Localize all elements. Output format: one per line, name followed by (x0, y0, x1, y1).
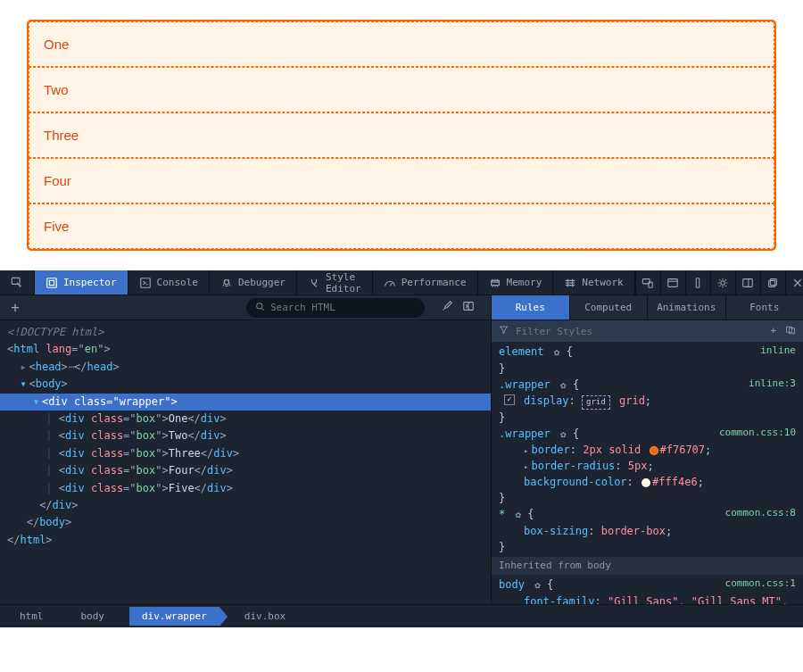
rule-source-link[interactable]: inline (760, 344, 796, 361)
eyedropper-button[interactable] (441, 300, 453, 315)
style-editor-icon (308, 277, 320, 289)
network-icon (564, 277, 576, 289)
popout-button[interactable] (760, 270, 785, 295)
svg-rect-2 (49, 280, 54, 285)
rule-wrapper[interactable]: .wrapper ✿ { common.css:10 (499, 426, 796, 443)
tab-label: Performance (402, 277, 467, 288)
crumb-html[interactable]: html (7, 607, 56, 626)
add-element-button[interactable]: + (7, 299, 23, 316)
tab-inspector[interactable]: Inspector (35, 270, 128, 295)
inherited-separator: Inherited from body (492, 557, 803, 576)
pick-element-button[interactable] (0, 270, 35, 295)
expand-shorthand-icon[interactable]: ▸ (524, 446, 528, 455)
rule-menu-icon[interactable]: ✿ (560, 379, 567, 391)
rule-menu-icon[interactable]: ✿ (560, 428, 567, 440)
rule-wrapper-inline[interactable]: .wrapper ✿ { inline:3 (499, 377, 796, 394)
rule-menu-icon[interactable]: ✿ (515, 509, 521, 520)
search-icon (255, 302, 265, 314)
tab-network[interactable]: Network (553, 270, 634, 295)
filter-styles-input[interactable] (516, 326, 763, 337)
collapse-icon[interactable] (20, 377, 29, 392)
expand-shorthand-icon[interactable]: ▸ (524, 462, 528, 471)
dom-line[interactable]: </body> (0, 514, 491, 531)
responsive-mode-button[interactable] (635, 270, 660, 295)
expand-icon[interactable] (20, 360, 29, 375)
color-swatch[interactable] (650, 446, 658, 455)
tab-label: Style Editor (326, 271, 361, 295)
tab-debugger[interactable]: Debugger (210, 270, 297, 295)
css-property[interactable]: ✓ display: grid grid; (499, 393, 796, 410)
crumb-wrapper[interactable]: div.wrapper (129, 607, 219, 626)
dom-line[interactable]: | <div class="box">Three</div> (0, 445, 491, 462)
dom-line[interactable]: <head>⋯</head> (0, 359, 491, 376)
dom-line[interactable]: <!DOCTYPE html> (0, 324, 491, 341)
rule-body[interactable]: body ✿ { common.css:1 (499, 577, 796, 593)
toggle-classes-button[interactable] (785, 325, 796, 338)
dock-side-button[interactable] (685, 270, 710, 295)
svg-rect-11 (743, 278, 753, 286)
dom-line[interactable]: | <div class="box">One</div> (0, 411, 491, 427)
rule-source-link[interactable]: inline:3 (749, 377, 796, 394)
dom-line-selected[interactable]: <div class="wrapper"> (0, 394, 491, 411)
devtools-main: <!DOCTYPE html> <html lang="en"> <head>⋯… (0, 320, 803, 604)
property-toggle[interactable]: ✓ (504, 394, 515, 405)
css-property[interactable]: font-family: "Gill Sans", "Gill Sans MT"… (499, 593, 796, 605)
rule-source-link[interactable]: common.css:1 (725, 577, 796, 593)
dom-line[interactable]: <body> (0, 376, 491, 393)
grid-box: Two (29, 67, 774, 112)
svg-rect-0 (12, 278, 20, 284)
iframe-picker-button[interactable] (660, 270, 685, 295)
add-rule-button[interactable]: + (770, 325, 776, 338)
dom-line[interactable]: | <div class="box">Two</div> (0, 427, 491, 444)
rules-tab-rules[interactable]: Rules (491, 295, 569, 319)
tab-memory[interactable]: Memory (478, 270, 554, 295)
tab-console[interactable]: Console (128, 270, 210, 295)
dom-line[interactable]: </html> (0, 532, 491, 549)
rule-source-link[interactable]: common.css:10 (719, 426, 796, 443)
filter-styles-row: + (492, 320, 803, 342)
css-property[interactable]: ▸border: 2px solid #f76707; (499, 442, 796, 458)
search-input[interactable] (270, 302, 416, 313)
css-property[interactable]: background-color: #fff4e6; (499, 474, 796, 490)
dock-right-button[interactable] (735, 270, 760, 295)
svg-point-14 (257, 303, 262, 308)
memory-icon (489, 277, 501, 289)
rules-tab-computed[interactable]: Computed (569, 295, 648, 319)
color-swatch[interactable] (642, 478, 650, 487)
collapse-icon[interactable] (33, 394, 42, 410)
search-html[interactable] (246, 298, 425, 318)
rule-source-link[interactable]: common.css:8 (725, 506, 796, 523)
dom-panel[interactable]: <!DOCTYPE html> <html lang="en"> <head>⋯… (0, 320, 491, 604)
rule-element[interactable]: element ✿ { inline (499, 344, 796, 361)
console-icon (139, 277, 152, 289)
dom-line[interactable]: | <div class="box">Four</div> (0, 462, 491, 479)
svg-rect-7 (649, 282, 652, 287)
css-property[interactable]: ▸border-radius: 5px; (499, 458, 796, 474)
close-button[interactable] (785, 270, 803, 295)
rule-menu-icon[interactable]: ✿ (554, 346, 560, 358)
rules-tab-animations[interactable]: Animations (647, 295, 725, 319)
rule-star[interactable]: * ✿ { common.css:8 (499, 506, 796, 523)
svg-rect-13 (771, 278, 777, 285)
subbar-left: + (0, 295, 491, 319)
grid-badge-icon[interactable]: grid (582, 395, 610, 410)
pick-element-icon (11, 277, 23, 289)
dom-line[interactable]: | <div class="box">Five</div> (0, 480, 491, 497)
css-property[interactable]: box-sizing: border-box; (499, 523, 796, 539)
breadcrumbs: html body div.wrapper div.box (0, 604, 803, 627)
crumb-box[interactable]: div.box (232, 607, 298, 626)
svg-point-10 (721, 280, 724, 284)
tab-label: Network (582, 277, 623, 288)
subbar-icons (432, 300, 484, 315)
dom-line[interactable]: <html lang="en"> (0, 341, 491, 358)
crumb-body[interactable]: body (69, 607, 118, 626)
toggle-split-button[interactable] (462, 300, 475, 315)
rules-tab-fonts[interactable]: Fonts (725, 295, 804, 319)
devtools-toolbar: Inspector Console Debugger Style Editor … (0, 270, 803, 295)
dom-line[interactable]: </div> (0, 497, 491, 514)
tab-performance[interactable]: Performance (373, 270, 478, 295)
settings-button[interactable] (710, 270, 735, 295)
tab-style-editor[interactable]: Style Editor (297, 270, 373, 295)
rule-menu-icon[interactable]: ✿ (534, 579, 541, 591)
rules-list[interactable]: element ✿ { inline } .wrapper ✿ { inline… (492, 342, 803, 604)
